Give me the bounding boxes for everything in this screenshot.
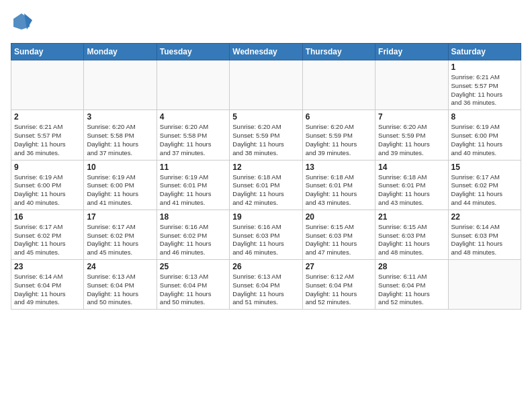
day-info: Sunrise: 6:18 AM Sunset: 6:01 PM Dayligh…: [232, 173, 299, 208]
day-number: 28: [378, 262, 445, 271]
day-number: 8: [451, 112, 518, 122]
calendar-cell: 26Sunrise: 6:13 AM Sunset: 6:04 PM Dayli…: [230, 260, 302, 310]
day-number: 11: [160, 163, 226, 172]
day-info: Sunrise: 6:15 AM Sunset: 6:03 PM Dayligh…: [378, 223, 445, 257]
calendar-cell: 21Sunrise: 6:15 AM Sunset: 6:03 PM Dayli…: [375, 210, 448, 259]
day-number: 1: [451, 62, 518, 72]
day-number: 9: [14, 163, 81, 172]
day-number: 17: [87, 212, 153, 222]
calendar-table: SundayMondayTuesdayWednesdayThursdayFrid…: [11, 43, 521, 310]
calendar-cell: [230, 60, 302, 110]
day-number: 26: [232, 262, 299, 271]
calendar-cell: 14Sunrise: 6:18 AM Sunset: 6:01 PM Dayli…: [375, 160, 448, 210]
calendar-cell: 2Sunrise: 6:21 AM Sunset: 5:57 PM Daylig…: [11, 110, 84, 160]
calendar-header-thursday: Thursday: [302, 44, 375, 60]
day-info: Sunrise: 6:20 AM Sunset: 5:59 PM Dayligh…: [232, 123, 299, 157]
logo-icon: [11, 11, 32, 35]
calendar-cell: 17Sunrise: 6:17 AM Sunset: 6:02 PM Dayli…: [84, 210, 157, 259]
calendar-cell: 22Sunrise: 6:14 AM Sunset: 6:03 PM Dayli…: [448, 210, 521, 259]
calendar-cell: 5Sunrise: 6:20 AM Sunset: 5:59 PM Daylig…: [230, 110, 302, 160]
day-number: 6: [306, 112, 372, 122]
calendar-cell: [375, 60, 448, 110]
day-info: Sunrise: 6:16 AM Sunset: 6:03 PM Dayligh…: [232, 223, 299, 257]
day-info: Sunrise: 6:19 AM Sunset: 6:00 PM Dayligh…: [87, 173, 153, 208]
day-number: 5: [232, 112, 299, 122]
calendar-cell: 11Sunrise: 6:19 AM Sunset: 6:01 PM Dayli…: [157, 160, 229, 210]
calendar-cell: 1Sunrise: 6:21 AM Sunset: 5:57 PM Daylig…: [448, 60, 521, 110]
day-info: Sunrise: 6:17 AM Sunset: 6:02 PM Dayligh…: [87, 223, 153, 257]
day-info: Sunrise: 6:21 AM Sunset: 5:57 PM Dayligh…: [451, 73, 518, 107]
calendar-week-row: 9Sunrise: 6:19 AM Sunset: 6:00 PM Daylig…: [11, 160, 521, 210]
day-info: Sunrise: 6:20 AM Sunset: 5:59 PM Dayligh…: [306, 123, 372, 157]
day-number: 24: [87, 262, 153, 271]
day-info: Sunrise: 6:20 AM Sunset: 5:58 PM Dayligh…: [87, 123, 153, 157]
day-number: 19: [232, 212, 299, 222]
calendar-cell: 15Sunrise: 6:17 AM Sunset: 6:02 PM Dayli…: [448, 160, 521, 210]
calendar-header-row: SundayMondayTuesdayWednesdayThursdayFrid…: [11, 44, 521, 60]
day-info: Sunrise: 6:13 AM Sunset: 6:04 PM Dayligh…: [232, 273, 299, 307]
logo: [11, 11, 34, 35]
calendar-cell: 24Sunrise: 6:13 AM Sunset: 6:04 PM Dayli…: [84, 260, 157, 310]
day-number: 16: [14, 212, 81, 222]
calendar-header-wednesday: Wednesday: [230, 44, 302, 60]
day-number: 10: [87, 163, 153, 172]
calendar-header-sunday: Sunday: [11, 44, 84, 60]
day-number: 15: [451, 163, 518, 172]
calendar-cell: 27Sunrise: 6:12 AM Sunset: 6:04 PM Dayli…: [302, 260, 375, 310]
calendar-cell: 18Sunrise: 6:16 AM Sunset: 6:02 PM Dayli…: [157, 210, 229, 259]
page-header: [11, 11, 521, 35]
calendar-cell: [84, 60, 157, 110]
calendar-week-row: 1Sunrise: 6:21 AM Sunset: 5:57 PM Daylig…: [11, 60, 521, 110]
calendar-cell: 3Sunrise: 6:20 AM Sunset: 5:58 PM Daylig…: [84, 110, 157, 160]
calendar-cell: [302, 60, 375, 110]
calendar-cell: 28Sunrise: 6:11 AM Sunset: 6:04 PM Dayli…: [375, 260, 448, 310]
day-number: 12: [232, 163, 299, 172]
calendar-week-row: 2Sunrise: 6:21 AM Sunset: 5:57 PM Daylig…: [11, 110, 521, 160]
day-info: Sunrise: 6:19 AM Sunset: 6:00 PM Dayligh…: [14, 173, 81, 208]
calendar-header-friday: Friday: [375, 44, 448, 60]
day-info: Sunrise: 6:20 AM Sunset: 5:59 PM Dayligh…: [378, 123, 445, 157]
calendar-cell: 9Sunrise: 6:19 AM Sunset: 6:00 PM Daylig…: [11, 160, 84, 210]
day-info: Sunrise: 6:17 AM Sunset: 6:02 PM Dayligh…: [451, 173, 518, 208]
calendar-cell: 4Sunrise: 6:20 AM Sunset: 5:58 PM Daylig…: [157, 110, 229, 160]
calendar-week-row: 16Sunrise: 6:17 AM Sunset: 6:02 PM Dayli…: [11, 210, 521, 259]
calendar-cell: 6Sunrise: 6:20 AM Sunset: 5:59 PM Daylig…: [302, 110, 375, 160]
calendar-header-monday: Monday: [84, 44, 157, 60]
day-number: 2: [14, 112, 81, 122]
day-info: Sunrise: 6:19 AM Sunset: 6:01 PM Dayligh…: [160, 173, 226, 208]
day-number: 21: [378, 212, 445, 222]
day-number: 18: [160, 212, 226, 222]
calendar-cell: [448, 260, 521, 310]
calendar-cell: [157, 60, 229, 110]
day-info: Sunrise: 6:18 AM Sunset: 6:01 PM Dayligh…: [306, 173, 372, 208]
day-number: 3: [87, 112, 153, 122]
day-info: Sunrise: 6:12 AM Sunset: 6:04 PM Dayligh…: [306, 273, 372, 307]
day-info: Sunrise: 6:19 AM Sunset: 6:00 PM Dayligh…: [451, 123, 518, 157]
calendar-cell: 10Sunrise: 6:19 AM Sunset: 6:00 PM Dayli…: [84, 160, 157, 210]
calendar-cell: [11, 60, 84, 110]
day-number: 4: [160, 112, 226, 122]
day-info: Sunrise: 6:17 AM Sunset: 6:02 PM Dayligh…: [14, 223, 81, 257]
day-number: 13: [306, 163, 372, 172]
day-number: 25: [160, 262, 226, 271]
calendar-cell: 19Sunrise: 6:16 AM Sunset: 6:03 PM Dayli…: [230, 210, 302, 259]
day-number: 27: [306, 262, 372, 271]
day-number: 7: [378, 112, 445, 122]
day-info: Sunrise: 6:11 AM Sunset: 6:04 PM Dayligh…: [378, 273, 445, 307]
calendar-cell: 8Sunrise: 6:19 AM Sunset: 6:00 PM Daylig…: [448, 110, 521, 160]
day-info: Sunrise: 6:15 AM Sunset: 6:03 PM Dayligh…: [306, 223, 372, 257]
calendar-cell: 25Sunrise: 6:13 AM Sunset: 6:04 PM Dayli…: [157, 260, 229, 310]
day-info: Sunrise: 6:13 AM Sunset: 6:04 PM Dayligh…: [160, 273, 226, 307]
calendar-cell: 12Sunrise: 6:18 AM Sunset: 6:01 PM Dayli…: [230, 160, 302, 210]
calendar-cell: 13Sunrise: 6:18 AM Sunset: 6:01 PM Dayli…: [302, 160, 375, 210]
day-number: 23: [14, 262, 81, 271]
calendar-cell: 16Sunrise: 6:17 AM Sunset: 6:02 PM Dayli…: [11, 210, 84, 259]
day-info: Sunrise: 6:14 AM Sunset: 6:04 PM Dayligh…: [14, 273, 81, 307]
day-info: Sunrise: 6:16 AM Sunset: 6:02 PM Dayligh…: [160, 223, 226, 257]
calendar-cell: 23Sunrise: 6:14 AM Sunset: 6:04 PM Dayli…: [11, 260, 84, 310]
day-info: Sunrise: 6:13 AM Sunset: 6:04 PM Dayligh…: [87, 273, 153, 307]
day-info: Sunrise: 6:18 AM Sunset: 6:01 PM Dayligh…: [378, 173, 445, 208]
calendar-header-saturday: Saturday: [448, 44, 521, 60]
calendar-cell: 20Sunrise: 6:15 AM Sunset: 6:03 PM Dayli…: [302, 210, 375, 259]
day-number: 22: [451, 212, 518, 222]
